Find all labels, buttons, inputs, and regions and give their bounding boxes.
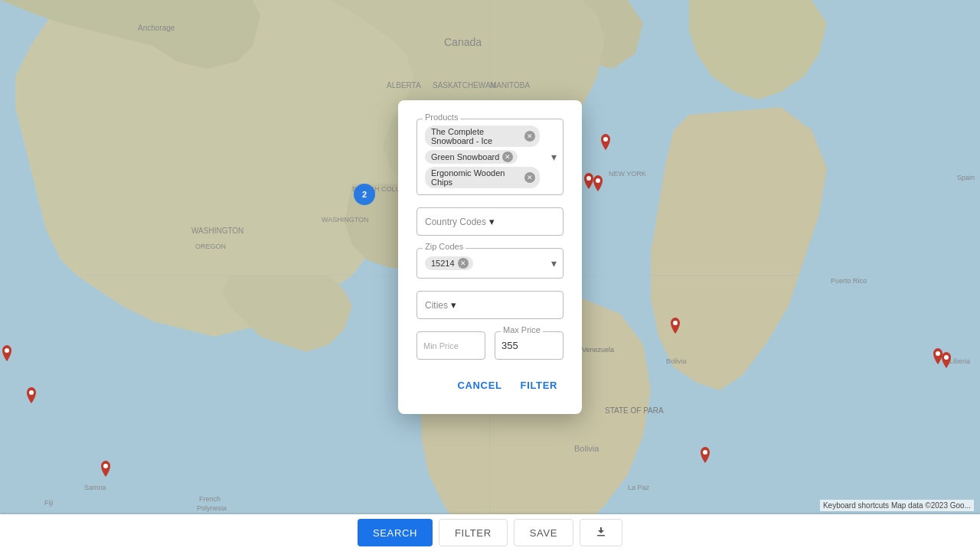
chip-green-snowboard: Green Snowboard ✕	[425, 150, 518, 164]
cities-select[interactable]: Cities ▾	[416, 291, 564, 319]
download-button[interactable]	[580, 519, 622, 546]
chip-snowboard-ice-text: The Complete Snowboard - Ice	[431, 127, 521, 145]
products-label: Products	[423, 112, 460, 122]
products-select[interactable]: The Complete Snowboard - Ice ✕ Green Sno…	[416, 119, 564, 195]
cities-field-group: Cities ▾	[416, 291, 564, 319]
country-codes-arrow: ▾	[489, 216, 495, 227]
price-row: Max Price	[416, 331, 564, 360]
products-field-group: Products The Complete Snowboard - Ice ✕ …	[416, 119, 564, 195]
products-dropdown-arrow: ▾	[551, 151, 557, 163]
zip-codes-label: Zip Codes	[423, 242, 466, 251]
zip-codes-arrow: ▾	[551, 257, 557, 269]
save-button[interactable]: SAVE	[514, 519, 573, 546]
country-codes-field-group: Country Codes ▾	[416, 207, 564, 236]
min-price-input[interactable]	[416, 331, 485, 360]
download-icon	[596, 527, 606, 537]
chip-wooden-chips-close[interactable]: ✕	[524, 172, 535, 183]
min-price-field	[416, 331, 485, 360]
chip-wooden-chips: Ergonomic Wooden Chips ✕	[425, 167, 540, 188]
cancel-button[interactable]: CANCEL	[451, 375, 508, 396]
max-price-field: Max Price	[495, 331, 564, 360]
chip-snowboard-ice-close[interactable]: ✕	[524, 131, 535, 142]
chip-snowboard-ice: The Complete Snowboard - Ice ✕	[425, 126, 540, 147]
cities-placeholder: Cities	[425, 300, 448, 311]
zip-codes-select[interactable]: 15214 ✕ ▾	[416, 248, 564, 279]
chip-green-snowboard-text: Green Snowboard	[431, 152, 499, 161]
max-price-label: Max Price	[501, 325, 543, 334]
filter-modal: Products The Complete Snowboard - Ice ✕ …	[398, 100, 582, 414]
max-price-input[interactable]	[495, 331, 564, 360]
search-button[interactable]: SEARCH	[358, 519, 433, 546]
modal-overlay: Products The Complete Snowboard - Ice ✕ …	[0, 0, 980, 514]
modal-actions: CANCEL FILTER	[416, 375, 564, 396]
cities-arrow: ▾	[451, 299, 456, 311]
zip-codes-field-group: Zip Codes 15214 ✕ ▾	[416, 248, 564, 279]
country-codes-placeholder: Country Codes	[425, 217, 486, 227]
chip-zip-text: 15214	[431, 259, 455, 268]
filter-button[interactable]: FILTER	[514, 375, 564, 396]
chip-zip-close[interactable]: ✕	[458, 258, 469, 269]
chip-wooden-chips-text: Ergonomic Wooden Chips	[431, 168, 521, 187]
bottom-toolbar: SEARCH FILTER SAVE	[0, 514, 980, 551]
chip-zip: 15214 ✕	[425, 256, 473, 270]
products-chips: The Complete Snowboard - Ice ✕ Green Sno…	[423, 124, 541, 190]
chip-green-snowboard-close[interactable]: ✕	[502, 152, 513, 162]
country-codes-select[interactable]: Country Codes ▾	[416, 207, 564, 236]
svg-rect-43	[597, 535, 605, 536]
filter-bar-button[interactable]: FILTER	[439, 519, 508, 546]
